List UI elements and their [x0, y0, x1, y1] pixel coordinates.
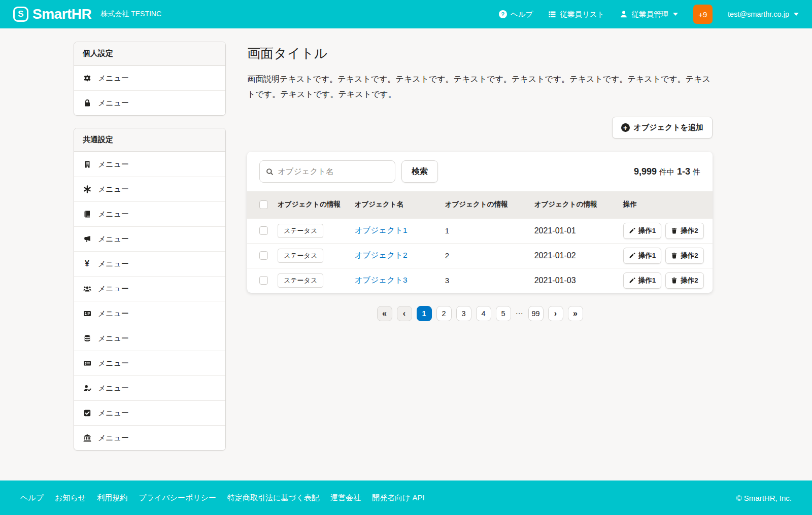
column-header-actions: 操作 [616, 191, 713, 218]
search-input[interactable] [278, 167, 389, 176]
sidebar-item-payroll[interactable]: ¥ メニュー [74, 251, 225, 276]
object-link[interactable]: オブジェクト2 [355, 251, 408, 259]
last-page-button[interactable]: » [568, 306, 583, 321]
sidebar-item-asterisk[interactable]: メニュー [74, 177, 225, 201]
page-button-1[interactable]: 1 [417, 306, 432, 321]
app-footer: ヘルプ お知らせ 利用規約 プライバシーポリシー 特定商取引法に基づく表記 運営… [0, 480, 812, 515]
sidebar-item-label: メニュー [98, 359, 129, 368]
database-icon [83, 334, 91, 343]
sidebar-item-settings[interactable]: メニュー [74, 65, 225, 90]
sidebar-item-label: メニュー [98, 433, 129, 443]
sidebar-item-check-square[interactable]: メニュー [74, 400, 225, 425]
smarthr-logo[interactable]: S SmartHR [13, 6, 91, 22]
object-link[interactable]: オブジェクト3 [355, 276, 408, 284]
first-page-button[interactable]: « [377, 306, 392, 321]
page-button-4[interactable]: 4 [476, 306, 491, 321]
nav-employee-admin[interactable]: 従業員管理 [620, 10, 678, 19]
status-badge: ステータス [278, 224, 323, 238]
panel-toolbar: 検索 9,999 件中 1-3 件 [247, 152, 713, 191]
row-checkbox[interactable] [259, 276, 268, 285]
column-header-status: オブジェクトの情報 [270, 191, 348, 218]
pencil-icon [629, 252, 635, 259]
header-nav: ? ヘルプ 従業員リスト 従業員管理 +9 test@smarthr.co.jp [499, 5, 799, 24]
notification-badge[interactable]: +9 [693, 5, 713, 24]
object-date: 2021-01-01 [527, 218, 616, 243]
prev-page-button[interactable]: ‹ [397, 306, 412, 321]
footer-link-company[interactable]: 運営会社 [330, 493, 361, 503]
object-table: オブジェクトの情報 オブジェクト名 オブジェクトの情報 オブジェクトの情報 操作… [247, 191, 713, 293]
footer-link-news[interactable]: お知らせ [55, 493, 86, 503]
page-button-2[interactable]: 2 [436, 306, 452, 321]
edit-button[interactable]: 操作1 [623, 223, 662, 239]
sidebar-item-money-check[interactable]: メニュー [74, 351, 225, 375]
sidebar-item-label: メニュー [98, 74, 129, 83]
sidebar-item-label: メニュー [98, 98, 129, 108]
add-object-button[interactable]: + オブジェクトを追加 [612, 117, 713, 139]
copyright: © SmartHR, Inc. [736, 494, 792, 502]
delete-button[interactable]: 操作2 [665, 223, 704, 239]
sidebar: 個人設定 メニュー メニュー 共通設定 メニュー メニュー メニュー [74, 42, 226, 463]
nav-help-label: ヘルプ [511, 10, 533, 19]
users-icon [83, 285, 91, 293]
building-icon [83, 160, 91, 169]
sidebar-item-landmark[interactable]: メニュー [74, 425, 225, 450]
sidebar-item-user-check[interactable]: メニュー [74, 375, 225, 400]
add-object-button-label: オブジェクトを追加 [634, 123, 703, 132]
table-header-row: オブジェクトの情報 オブジェクト名 オブジェクトの情報 オブジェクトの情報 操作 [247, 191, 713, 218]
delete-button[interactable]: 操作2 [665, 272, 704, 289]
nav-help[interactable]: ? ヘルプ [499, 10, 533, 19]
pagination: « ‹ 1 2 3 4 5 ⋯ 99 › » [247, 306, 713, 321]
gear-icon [83, 74, 91, 83]
result-range: 1-3 [677, 166, 690, 177]
footer-link-help[interactable]: ヘルプ [20, 493, 44, 503]
edit-button[interactable]: 操作1 [623, 248, 662, 264]
footer-links: ヘルプ お知らせ 利用規約 プライバシーポリシー 特定商取引法に基づく表記 運営… [20, 493, 425, 503]
footer-link-privacy[interactable]: プライバシーポリシー [139, 493, 216, 503]
nav-employee-list-label: 従業員リスト [560, 10, 604, 19]
sidebar-group-personal: 個人設定 メニュー メニュー [74, 42, 226, 116]
nav-employee-list[interactable]: 従業員リスト [548, 10, 604, 19]
status-badge: ステータス [278, 249, 323, 263]
trash-icon [671, 277, 678, 284]
sidebar-item-label: メニュー [98, 234, 129, 244]
column-header-info: オブジェクトの情報 [438, 191, 527, 218]
row-checkbox[interactable] [259, 251, 268, 260]
page-description: 画面説明テキストです。テキストです。テキストです。テキストです。テキストです。テ… [247, 72, 713, 101]
toolbar: + オブジェクトを追加 [247, 117, 713, 139]
object-list-panel: 検索 9,999 件中 1-3 件 オブジェクトの情報 オブジェクト名 オブジェ… [247, 152, 713, 293]
check-square-icon [83, 409, 91, 418]
sidebar-item-book[interactable]: メニュー [74, 201, 225, 226]
page-button-5[interactable]: 5 [496, 306, 511, 321]
page-button-3[interactable]: 3 [456, 306, 471, 321]
row-checkbox[interactable] [259, 226, 268, 235]
edit-button[interactable]: 操作1 [623, 272, 662, 289]
table-row: ステータス オブジェクト1 1 2021-01-01 操作1 操作2 [247, 218, 713, 243]
next-page-button[interactable]: › [548, 306, 563, 321]
select-all-checkbox[interactable] [259, 200, 268, 209]
object-link[interactable]: オブジェクト1 [355, 226, 408, 234]
sidebar-group-title: 共通設定 [74, 128, 225, 152]
footer-link-developer-api[interactable]: 開発者向け API [372, 493, 425, 503]
smarthr-logo-icon: S [13, 7, 28, 22]
footer-link-commerce-law[interactable]: 特定商取引法に基づく表記 [227, 493, 319, 503]
search-button[interactable]: 検索 [401, 160, 438, 183]
table-row: ステータス オブジェクト3 3 2021-01-03 操作1 操作2 [247, 268, 713, 293]
page-button-99[interactable]: 99 [528, 306, 544, 321]
sidebar-item-announcement[interactable]: メニュー [74, 226, 225, 251]
sidebar-item-database[interactable]: メニュー [74, 326, 225, 351]
sidebar-item-security[interactable]: メニュー [74, 90, 225, 115]
sidebar-item-label: メニュー [98, 160, 129, 169]
account-email: test@smarthr.co.jp [728, 10, 789, 18]
sidebar-item-members[interactable]: メニュー [74, 276, 225, 301]
object-date: 2021-01-03 [527, 268, 616, 293]
main-content: 画面タイトル 画面説明テキストです。テキストです。テキストです。テキストです。テ… [247, 42, 713, 321]
asterisk-icon [83, 185, 91, 194]
content-area: 個人設定 メニュー メニュー 共通設定 メニュー メニュー メニュー [0, 28, 812, 480]
trash-icon [671, 252, 678, 259]
sidebar-item-company[interactable]: メニュー [74, 152, 225, 177]
sidebar-item-id-card[interactable]: メニュー [74, 301, 225, 326]
account-menu[interactable]: test@smarthr.co.jp [728, 10, 799, 18]
footer-link-terms[interactable]: 利用規約 [97, 493, 127, 503]
sidebar-item-label: メニュー [98, 284, 129, 294]
delete-button[interactable]: 操作2 [665, 248, 704, 264]
